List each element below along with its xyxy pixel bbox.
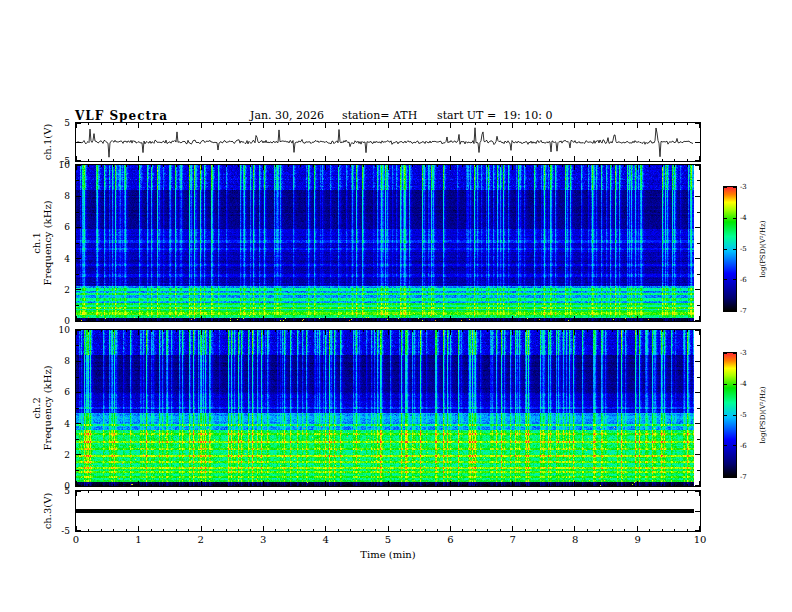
x-tick-label: 0 bbox=[73, 535, 79, 545]
ch2-freq-tick-label: 6 bbox=[64, 387, 70, 397]
ch2-spectrogram-canvas bbox=[76, 330, 700, 486]
ch3-waveform-canvas bbox=[76, 491, 700, 531]
ch1-ytick-label: 5 bbox=[64, 118, 70, 128]
ch1-colorbar-tick-labels: -3-4-5-6-7 bbox=[740, 187, 756, 311]
ch1-colorbar-axis-label: log(PSD)(V²/Hz) bbox=[759, 221, 767, 278]
ch1-colorbar-canvas bbox=[724, 187, 736, 311]
ch1-spectrogram-ytick-labels: 0246810 bbox=[54, 165, 70, 321]
ch1-axis-units-label: Frequency (kHz) bbox=[42, 200, 53, 285]
colorbar-tick-label: -3 bbox=[740, 183, 747, 191]
station-label: station= ATH bbox=[342, 109, 417, 122]
x-axis-tick-labels: 012345678910 bbox=[76, 535, 700, 547]
x-axis-title: Time (min) bbox=[75, 549, 701, 560]
colorbar-tick-label: -7 bbox=[740, 473, 747, 481]
ch2-axis-units-label: Frequency (kHz) bbox=[42, 365, 53, 450]
ch1-waveform-canvas bbox=[76, 123, 700, 161]
ch2-frequency-axis-label: ch.2Frequency (kHz) bbox=[31, 365, 53, 450]
ch2-colorbar bbox=[723, 352, 737, 478]
ch2-freq-tick-label: 10 bbox=[59, 325, 70, 335]
vlf-spectra-figure: VLF Spectra Jan. 30, 2026 station= ATH s… bbox=[0, 0, 792, 612]
ch2-colorbar-canvas bbox=[724, 353, 736, 477]
colorbar-tick-label: -6 bbox=[740, 442, 747, 450]
x-tick-label: 5 bbox=[385, 535, 391, 545]
ch1-freq-tick-label: 10 bbox=[59, 160, 70, 170]
x-tick-label: 3 bbox=[260, 535, 266, 545]
colorbar-tick-label: -4 bbox=[740, 214, 747, 222]
date-label: Jan. 30, 2026 bbox=[250, 109, 324, 122]
x-tick-label: 7 bbox=[510, 535, 516, 545]
ch1-freq-tick-label: 6 bbox=[64, 222, 70, 232]
x-tick-label: 2 bbox=[198, 535, 204, 545]
ch1-axis-channel-label: ch.1 bbox=[31, 232, 42, 254]
x-tick-label: 1 bbox=[135, 535, 141, 545]
x-tick-label: 8 bbox=[572, 535, 578, 545]
ch2-spectrogram-panel bbox=[75, 329, 701, 487]
ch3-ytick-label: -5 bbox=[61, 526, 70, 536]
ch3-waveform-panel bbox=[75, 490, 701, 532]
colorbar-tick-label: -4 bbox=[740, 380, 747, 388]
ch2-colorbar-axis-label: log(PSD)(V²/Hz) bbox=[759, 387, 767, 444]
x-tick-label: 10 bbox=[694, 535, 707, 545]
ch1-freq-tick-label: 2 bbox=[64, 285, 70, 295]
plot-title: VLF Spectra bbox=[75, 109, 168, 123]
ch2-freq-tick-label: 8 bbox=[64, 356, 70, 366]
x-tick-label: 4 bbox=[322, 535, 328, 545]
x-tick-label: 9 bbox=[634, 535, 640, 545]
colorbar-tick-label: -5 bbox=[740, 411, 747, 419]
ch1-spectrogram-canvas bbox=[76, 165, 700, 321]
x-tick-label: 6 bbox=[447, 535, 453, 545]
ch1-freq-tick-label: 4 bbox=[64, 254, 70, 264]
ch3-waveform-ytick-labels: 5-5 bbox=[50, 491, 70, 531]
ch2-spectrogram-ytick-labels: 0246810 bbox=[54, 330, 70, 486]
ch2-colorbar-tick-labels: -3-4-5-6-7 bbox=[740, 353, 756, 477]
ch2-freq-tick-label: 2 bbox=[64, 450, 70, 460]
ch1-freq-tick-label: 8 bbox=[64, 191, 70, 201]
ch2-freq-tick-label: 4 bbox=[64, 419, 70, 429]
start-ut-label: start UT = 19: 10: 0 bbox=[437, 109, 553, 122]
ch1-frequency-axis-label: ch.1Frequency (kHz) bbox=[31, 200, 53, 285]
colorbar-tick-label: -3 bbox=[740, 349, 747, 357]
ch1-spectrogram-panel bbox=[75, 164, 701, 322]
ch3-ytick-label: 5 bbox=[64, 486, 70, 496]
colorbar-tick-label: -6 bbox=[740, 276, 747, 284]
ch1-waveform-ytick-labels: 5-5 bbox=[50, 123, 70, 161]
ch1-colorbar bbox=[723, 186, 737, 312]
ch1-waveform-panel bbox=[75, 122, 701, 162]
colorbar-tick-label: -7 bbox=[740, 307, 747, 315]
ch2-axis-channel-label: ch.2 bbox=[31, 397, 42, 419]
colorbar-tick-label: -5 bbox=[740, 245, 747, 253]
